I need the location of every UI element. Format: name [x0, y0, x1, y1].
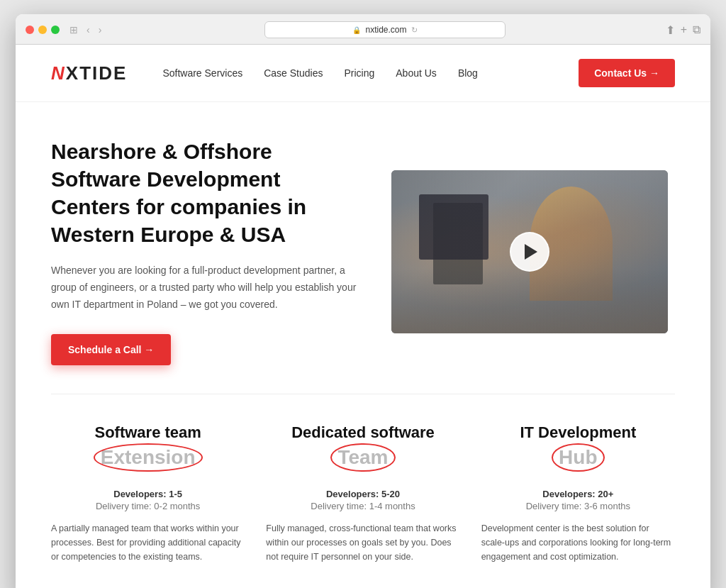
service-2-delivery: Delivery time: 1-4 months	[266, 501, 459, 511]
back-icon[interactable]: ‹	[84, 23, 93, 37]
maximize-button[interactable]	[51, 26, 60, 34]
browser-window: ⊞ ‹ › 🔒 nxtide.com ↻ ⬆ + ⧉ NXTIDE	[16, 14, 710, 588]
hero-title: Nearshore & Offshore Software Developmen…	[51, 138, 363, 248]
browser-chrome: ⊞ ‹ › 🔒 nxtide.com ↻ ⬆ + ⧉	[16, 14, 710, 45]
service-2-title: Dedicated software	[266, 423, 459, 443]
logo[interactable]: NXTIDE	[51, 62, 127, 84]
close-button[interactable]	[26, 26, 34, 34]
nav-case-studies[interactable]: Case Studies	[264, 67, 323, 79]
service-1-developers: Developers: 1-5	[51, 489, 245, 499]
hero-text: Nearshore & Offshore Software Developmen…	[51, 138, 363, 365]
share-icon[interactable]: ⬆	[666, 23, 675, 37]
service-1-delivery: Delivery time: 0-2 months	[51, 501, 245, 511]
service-1-highlighted: Extension	[101, 446, 196, 469]
hero-description: Whenever you are looking for a full-prod…	[51, 262, 363, 313]
nav-links: Software Services Case Studies Pricing A…	[162, 67, 579, 79]
minimize-button[interactable]	[38, 26, 47, 34]
nav-software-services[interactable]: Software Services	[162, 67, 242, 79]
services-section: Software team Extension Developers: 1-5 …	[16, 394, 710, 588]
browser-nav-icons: ⊞ ‹ ›	[67, 23, 104, 37]
service-2-description: Fully managed, cross-functional team tha…	[266, 521, 459, 564]
hero-video[interactable]	[391, 170, 668, 333]
service-3-title: IT Development	[481, 423, 675, 443]
service-2-highlighted: Team	[337, 446, 388, 469]
refresh-icon[interactable]: ↻	[411, 26, 418, 35]
play-icon	[525, 244, 537, 260]
service-3-delivery: Delivery time: 3-6 months	[481, 501, 675, 511]
browser-actions: ⬆ + ⧉	[666, 23, 700, 37]
service-1-title: Software team	[51, 423, 245, 443]
url-text: nxtide.com	[365, 25, 406, 35]
traffic-lights	[26, 26, 60, 34]
main-nav: NXTIDE Software Services Case Studies Pr…	[16, 45, 710, 102]
lock-icon: 🔒	[352, 26, 361, 34]
new-tab-icon[interactable]: +	[681, 23, 687, 37]
service-1-description: A partially managed team that works with…	[51, 521, 245, 564]
nav-about-us[interactable]: About Us	[396, 67, 437, 79]
nav-pricing[interactable]: Pricing	[344, 67, 374, 79]
service-2-developers: Developers: 5-20	[266, 489, 459, 499]
service-3-developers: Developers: 20+	[481, 489, 675, 499]
forward-icon[interactable]: ›	[96, 23, 105, 37]
service-3-highlighted: Hub	[559, 446, 597, 469]
hero-section: Nearshore & Offshore Software Developmen…	[16, 102, 710, 394]
nav-blog[interactable]: Blog	[458, 67, 478, 79]
service-hub: IT Development Hub Developers: 20+ Deliv…	[481, 423, 675, 564]
schedule-call-button[interactable]: Schedule a Call →	[51, 334, 171, 365]
video-placeholder	[391, 170, 668, 333]
play-button[interactable]	[510, 232, 549, 272]
contact-us-button[interactable]: Contact Us →	[579, 59, 675, 87]
service-3-description: Development center is the best solution …	[481, 521, 675, 564]
address-bar-wrapper: 🔒 nxtide.com ↻	[111, 21, 658, 38]
tabs-icon[interactable]: ⧉	[693, 23, 700, 37]
service-extension: Software team Extension Developers: 1-5 …	[51, 423, 245, 564]
sidebar-icon[interactable]: ⊞	[67, 23, 81, 37]
service-team: Dedicated software Team Developers: 5-20…	[266, 423, 459, 564]
page-content: NXTIDE Software Services Case Studies Pr…	[16, 45, 710, 588]
address-bar[interactable]: 🔒 nxtide.com ↻	[264, 21, 506, 38]
